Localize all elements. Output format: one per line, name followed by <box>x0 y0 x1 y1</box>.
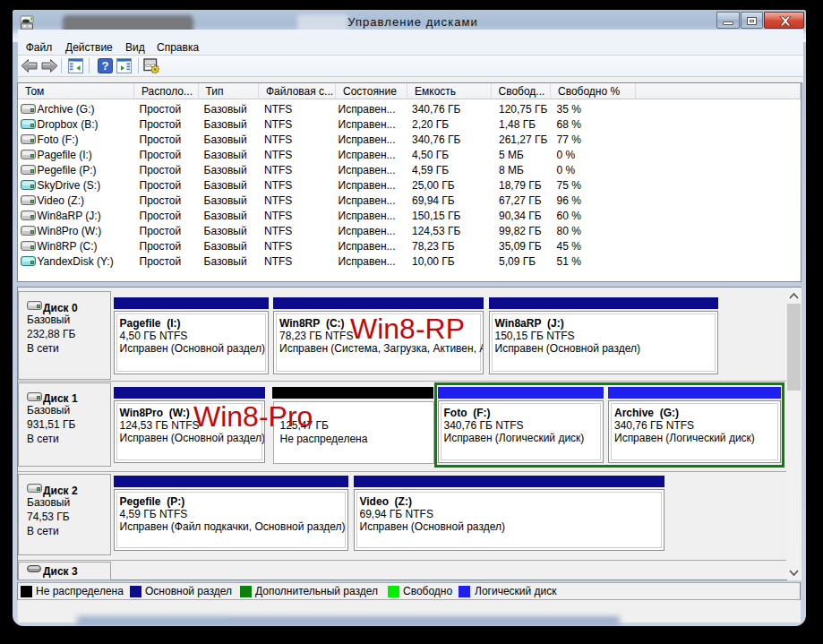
svg-text:?: ? <box>102 59 109 73</box>
